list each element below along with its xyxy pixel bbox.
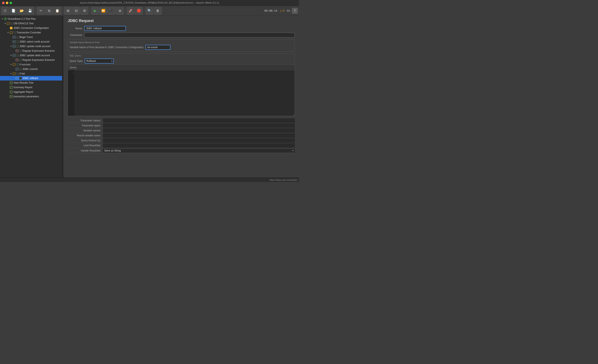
sidebar-item-ob-oracle[interactable]: ▼✓✓OB-ORACLE Test — [0, 21, 62, 26]
window-controls[interactable] — [2, 2, 12, 4]
stop-button[interactable]: ⬛ — [108, 7, 116, 15]
aggregate-report-label: Aggregate Report — [14, 90, 33, 93]
query-timeout-row: Query timeout (s): — [68, 138, 295, 143]
start-button[interactable]: ▶ — [91, 7, 99, 15]
jdbc-update-debit-label: JDBC update debit account — [19, 54, 50, 57]
close-button[interactable] — [2, 2, 5, 4]
copy-icon: ⧉ — [48, 9, 50, 13]
summary-report-label: Summary Report — [14, 86, 32, 89]
jdbc-rollback-icon: ✏ — [15, 77, 19, 80]
regex-extractor-2-label: Regular Expression Extractor — [22, 58, 55, 61]
query-timeout-input[interactable] — [103, 138, 295, 143]
sidebar-item-aggregate-report[interactable]: LAggregate Report — [0, 90, 62, 94]
query-header: Query: — [68, 65, 295, 70]
jdbc-update-credit-arrow: ▼ — [9, 45, 12, 47]
status-bar: https://blog.csdn.net/obpilot — [0, 178, 299, 182]
svg-text:✏: ✏ — [16, 77, 18, 79]
sidebar-item-jdbc-select-credit[interactable]: ✏✓JDBC select credit account — [0, 40, 62, 44]
cut-button[interactable]: ✂ — [37, 7, 45, 15]
begin-trans-checkbox[interactable]: ✓ — [17, 36, 19, 38]
svg-text:R: R — [17, 50, 18, 52]
transaction-controller-checkbox[interactable]: ✓ — [14, 31, 16, 34]
ob-oracle-checkbox[interactable]: ✓ — [11, 22, 13, 25]
regex-extractor-2-checkbox[interactable]: ✓ — [19, 59, 22, 61]
template-button[interactable]: 📑 — [9, 7, 17, 15]
toggle-button[interactable]: ⚙ — [81, 7, 88, 15]
var-names-label: Variable names: — [68, 129, 103, 132]
query-type-wrapper: Rollback Select Statement Update Stateme… — [85, 58, 114, 64]
save-button[interactable]: 💾 — [26, 7, 34, 15]
clear-button[interactable]: 🗑 — [154, 7, 162, 15]
sidebar-item-jdbc-update-debit[interactable]: ▼✏✓JDBC update debit account — [0, 53, 62, 58]
sidebar-item-jdbc-rollback[interactable]: ✏✓JDBC rollback — [0, 76, 62, 81]
sidebar-item-transaction-parameters[interactable]: Ptransaction parameters — [0, 94, 62, 99]
if-success-checkbox[interactable]: ✓ — [17, 63, 19, 66]
remote-start-button[interactable]: 🚀 — [127, 7, 134, 15]
sidebar-item-test-plan[interactable]: ▼OceanBase 2.2 Test Plan — [0, 16, 62, 21]
shutdown-button[interactable]: ⏹ — [116, 7, 124, 15]
test-plan-arrow: ▼ — [1, 18, 4, 20]
comments-input[interactable] — [84, 32, 295, 38]
help-button[interactable]: ? — [292, 8, 298, 14]
limit-resultset-input[interactable] — [103, 143, 295, 148]
maximize-button[interactable] — [9, 2, 12, 4]
jdbc-rollback-label: JDBC rollback — [22, 77, 38, 80]
if-success-icon: ✓ — [12, 63, 16, 66]
search-button[interactable]: 🔍 — [146, 7, 153, 15]
ob-oracle-icon: ✓ — [7, 22, 10, 25]
help-icon: ? — [294, 9, 296, 12]
warning-indicator: ⚠ 0 — [280, 9, 284, 12]
copy-button[interactable]: ⧉ — [45, 7, 53, 15]
start-no-pause-button[interactable]: ⏩ — [100, 7, 107, 15]
jdbc-select-credit-label: JDBC select credit account — [19, 40, 50, 43]
sidebar-item-if-fail[interactable]: ▼✓✓If fail — [0, 71, 62, 76]
open-button[interactable]: 📂 — [18, 7, 26, 15]
sidebar-item-transaction-controller[interactable]: ▼✓✓Transaction Controller — [0, 30, 62, 35]
transaction-controller-arrow: ▼ — [7, 32, 9, 34]
param-types-row: Parameter types: — [68, 123, 295, 128]
result-var-input[interactable] — [103, 133, 295, 138]
paste-button[interactable]: 📋 — [53, 7, 61, 15]
sidebar-item-view-results-tree[interactable]: LView Results Tree — [0, 81, 62, 85]
ob-oracle-label: OB-ORACLE Test — [14, 22, 34, 25]
jdbc-commit-icon: ✏ — [15, 67, 19, 71]
sidebar-item-jdbc-update-credit[interactable]: ▼✏✓JDBC update credit account — [0, 44, 62, 49]
jdbc-select-credit-checkbox[interactable]: ✓ — [17, 40, 19, 43]
param-values-input[interactable] — [103, 118, 295, 123]
new-button[interactable]: 🗋 — [1, 7, 9, 15]
expand-icon: ⊞ — [67, 9, 69, 13]
jdbc-rollback-checkbox[interactable]: ✓ — [19, 77, 22, 80]
jdbc-commit-checkbox[interactable]: ✓ — [19, 68, 22, 70]
query-type-row: Query Type: Rollback Select Statement Up… — [68, 58, 295, 65]
jdbc-update-credit-checkbox[interactable]: ✓ — [17, 45, 19, 48]
sidebar-item-begin-trans[interactable]: ✏✓Begin Trans — [0, 35, 62, 40]
pool-name-input[interactable] — [146, 45, 170, 50]
sidebar-item-regex-extractor-1[interactable]: R✓Regular Expression Extractor — [0, 49, 62, 53]
if-fail-checkbox[interactable]: ✓ — [17, 73, 19, 75]
query-textarea[interactable] — [75, 70, 295, 116]
minimize-button[interactable] — [6, 2, 8, 4]
sidebar-item-if-success[interactable]: ▼✓✓if success — [0, 62, 62, 67]
toggle-icon: ⚙ — [83, 9, 86, 13]
expand-button[interactable]: ⊞ — [64, 7, 72, 15]
sidebar-item-jdbc-conn-config[interactable]: CJDBC Connection Configuration — [0, 26, 62, 30]
handle-resultset-label: Handle ResultSet: — [68, 149, 103, 152]
splitter-handle — [63, 96, 63, 98]
transaction-controller-icon: ✓ — [9, 31, 13, 34]
svg-text:✏: ✏ — [13, 41, 15, 43]
param-types-input[interactable] — [103, 123, 295, 128]
variable-section-title: Variable Name Bound to Pool — [70, 41, 293, 44]
remote-stop-button[interactable]: 🛑 — [135, 7, 143, 15]
collapse-button[interactable]: ⊟ — [72, 7, 80, 15]
query-type-select[interactable]: Rollback Select Statement Update Stateme… — [85, 58, 114, 64]
toolbar: 🗋 📑 📂 💾 ✂ ⧉ 📋 ⊞ ⊟ ⚙ ▶ ⏩ ⬛ ⏹ 🚀 🛑 — [0, 6, 299, 16]
var-names-input[interactable] — [103, 128, 295, 133]
jdbc-update-debit-arrow: ▼ — [9, 54, 12, 57]
ob-oracle-arrow: ▼ — [4, 22, 7, 24]
regex-extractor-1-checkbox[interactable]: ✓ — [19, 50, 22, 52]
sidebar-item-jdbc-commit[interactable]: ✏✓JDBC commit — [0, 67, 62, 71]
name-input[interactable] — [84, 26, 126, 31]
jdbc-update-debit-checkbox[interactable]: ✓ — [17, 54, 19, 57]
sidebar-item-regex-extractor-2[interactable]: R✓Regular Expression Extractor — [0, 58, 62, 62]
sidebar-item-summary-report[interactable]: LSummary Report — [0, 85, 62, 90]
